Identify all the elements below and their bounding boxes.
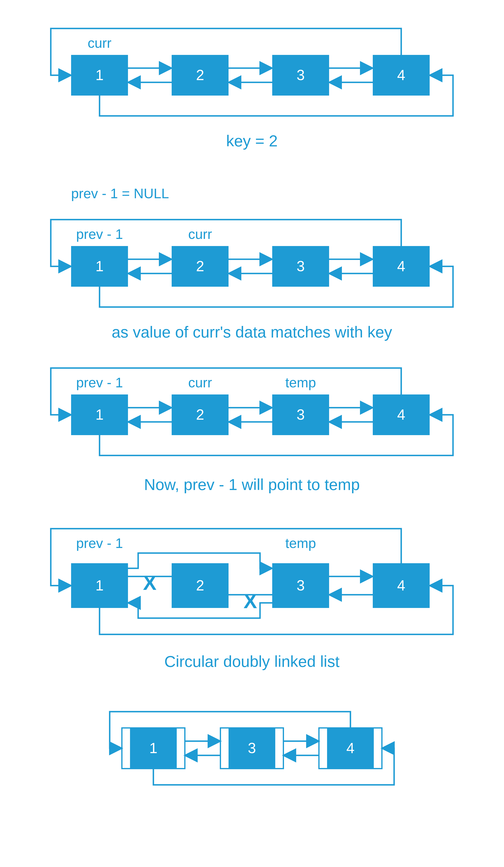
node-3-value: 3 <box>297 67 305 83</box>
node-1-value: 1 <box>96 577 103 593</box>
node-1-value: 1 <box>96 406 103 423</box>
curr-label: curr <box>88 35 111 51</box>
node-3-value: 3 <box>297 258 305 274</box>
null-note: prev - 1 = NULL <box>71 186 169 201</box>
node-3-value: 3 <box>297 406 305 423</box>
node-2-value: 2 <box>196 258 204 274</box>
result-node-3: 3 <box>220 728 283 769</box>
node-1-value: 1 <box>96 258 103 274</box>
curr-label: curr <box>188 375 212 390</box>
stage-4: prev - 1 temp 1 2 3 4 X X Circular doubl… <box>51 529 453 671</box>
node-4-value: 4 <box>397 67 405 83</box>
now-caption: Now, prev - 1 will point to temp <box>144 475 360 493</box>
x-mark-12: X <box>143 571 157 594</box>
x-mark-32: X <box>243 590 257 612</box>
stage-1: curr 1 2 3 4 key = 2 <box>51 29 453 150</box>
temp-label: temp <box>285 535 316 551</box>
curr-label: curr <box>188 226 212 242</box>
node-4-value: 4 <box>397 577 405 593</box>
result-node-3-value: 3 <box>248 740 256 756</box>
node-3-value: 3 <box>297 577 305 593</box>
node-2-value: 2 <box>196 67 204 83</box>
temp-label: temp <box>285 375 316 390</box>
stage-3: prev - 1 curr temp 1 2 3 4 Now, prev - 1… <box>51 368 453 493</box>
result-node-4: 4 <box>319 728 382 769</box>
node-4-value: 4 <box>397 258 405 274</box>
node-4-value: 4 <box>397 406 405 423</box>
result-caption: Circular doubly linked list <box>164 653 340 671</box>
match-caption: as value of curr's data matches with key <box>112 323 392 341</box>
result-node-4-value: 4 <box>346 740 354 756</box>
prev1-label: prev - 1 <box>76 375 123 390</box>
node-1-value: 1 <box>96 67 103 83</box>
stage-2: prev - 1 curr 1 2 3 4 as value of curr's… <box>51 220 453 341</box>
result-node-1-value: 1 <box>149 740 157 756</box>
node-2-value: 2 <box>196 577 204 593</box>
key-caption: key = 2 <box>226 132 278 150</box>
result-node-1: 1 <box>122 728 185 769</box>
prev1-label: prev - 1 <box>76 226 123 242</box>
node-2-value: 2 <box>196 406 204 423</box>
prev1-label: prev - 1 <box>76 535 123 551</box>
stage-5: 1 3 4 <box>110 711 394 785</box>
